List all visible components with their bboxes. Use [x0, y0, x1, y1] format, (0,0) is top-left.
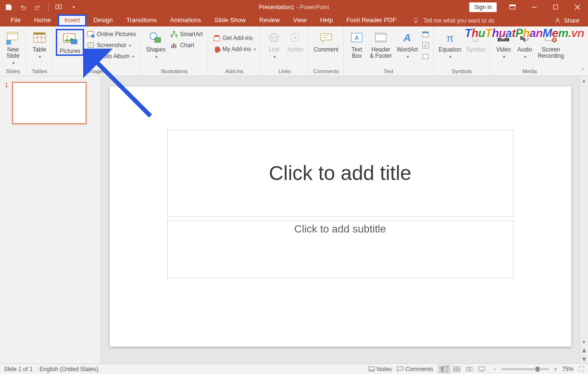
group-links: Link ▼ Action Links — [261, 26, 309, 76]
tab-file[interactable]: File — [4, 14, 27, 26]
photo-album-button[interactable]: Photo Album▾ — [85, 51, 136, 62]
quick-access-toolbar: ▾ — [0, 0, 78, 14]
svg-rect-11 — [34, 33, 45, 35]
svg-rect-17 — [71, 39, 77, 44]
group-images: Pictures Online Pictures Screenshot▾ Pho… — [53, 26, 141, 76]
vertical-scrollbar[interactable]: ▲ ▼ ⯅ ⯆ — [579, 76, 588, 363]
group-slides: New Slide ▼ Slides — [0, 26, 26, 76]
qat-customize-icon[interactable]: ▾ — [69, 2, 78, 12]
slide-counter[interactable]: Slide 1 of 1 — [4, 366, 33, 373]
equation-button[interactable]: π Equation ▼ — [437, 29, 463, 60]
svg-point-5 — [414, 18, 418, 22]
wordart-icon: A — [400, 30, 415, 46]
svg-rect-42 — [375, 33, 386, 35]
pictures-button[interactable]: Pictures — [58, 30, 82, 54]
zoom-level[interactable]: 75% — [562, 366, 574, 373]
chevron-down-icon: ▼ — [406, 54, 410, 60]
equation-icon: π — [442, 30, 458, 46]
slide-canvas[interactable]: Click to add title Click to add subtitle — [110, 87, 571, 347]
comments-button[interactable]: Comments — [397, 366, 433, 373]
slide-editor-area[interactable]: Click to add title Click to add subtitle — [101, 76, 579, 363]
slideshow-view-icon[interactable] — [475, 365, 488, 374]
window-controls: Sign in — [469, 0, 588, 14]
maximize-icon[interactable] — [545, 0, 566, 14]
zoom-thumb[interactable] — [536, 367, 539, 372]
minimize-icon[interactable] — [523, 0, 545, 14]
watermark: ThuThuatPhanMem.vn — [465, 26, 585, 40]
tab-foxit[interactable]: Foxit Reader PDF — [339, 14, 403, 26]
tab-slideshow[interactable]: Slide Show — [208, 14, 252, 26]
thumbnail-row[interactable]: 1 — [5, 82, 96, 124]
zoom-out-button[interactable]: − — [493, 366, 496, 373]
screenshot-button[interactable]: Screenshot▾ — [85, 40, 133, 51]
normal-view-icon[interactable] — [438, 365, 450, 374]
scroll-up-icon[interactable]: ▲ — [580, 76, 588, 85]
slide-thumbnails-panel[interactable]: 1 — [0, 76, 101, 363]
ribbon-display-options-icon[interactable] — [501, 0, 523, 14]
next-slide-icon[interactable]: ⯆ — [580, 355, 588, 363]
svg-rect-65 — [453, 370, 456, 372]
subtitle-placeholder[interactable]: Click to add subtitle — [167, 220, 513, 278]
close-icon[interactable] — [566, 0, 588, 14]
slide-thumbnail[interactable] — [12, 82, 87, 124]
new-slide-button[interactable]: New Slide ▼ — [3, 29, 23, 66]
lightbulb-icon — [413, 17, 419, 24]
my-addins-button[interactable]: My Add-ins▾ — [211, 44, 258, 54]
reading-view-icon[interactable] — [463, 365, 475, 374]
table-icon — [32, 30, 47, 46]
tab-transitions[interactable]: Transitions — [120, 14, 163, 26]
save-icon[interactable] — [4, 2, 13, 12]
slide-number-button[interactable]: # — [421, 40, 430, 51]
online-pictures-button[interactable]: Online Pictures — [85, 29, 138, 39]
action-button[interactable]: Action — [285, 29, 305, 53]
prev-slide-icon[interactable]: ⯅ — [580, 346, 588, 355]
title-placeholder[interactable]: Click to add title — [167, 130, 513, 217]
comment-button[interactable]: Comment — [312, 29, 340, 53]
chevron-down-icon: ▼ — [154, 54, 158, 60]
pictures-highlight: Pictures — [56, 29, 84, 56]
shapes-button[interactable]: Shapes ▼ — [144, 29, 168, 60]
undo-icon[interactable] — [18, 2, 28, 12]
zoom-in-button[interactable]: + — [554, 366, 557, 373]
table-button[interactable]: Table ▼ — [29, 29, 50, 60]
tab-help[interactable]: Help — [313, 14, 340, 26]
sign-in-button[interactable]: Sign in — [469, 2, 497, 12]
link-button[interactable]: Link ▼ — [264, 29, 284, 60]
tab-design[interactable]: Design — [87, 14, 119, 26]
object-button[interactable] — [421, 51, 430, 62]
notes-button[interactable]: Notes — [368, 366, 392, 373]
share-button[interactable]: Share — [554, 17, 579, 26]
app-name: PowerPoint — [300, 4, 329, 11]
addin-icon — [213, 45, 221, 53]
get-addins-button[interactable]: Get Add-ins — [211, 33, 255, 43]
chart-button[interactable]: Chart — [168, 40, 196, 51]
group-tables: Table ▼ Tables — [26, 26, 53, 76]
tell-me-search[interactable]: Tell me what you want to do — [413, 17, 494, 26]
tab-insert[interactable]: Insert — [58, 14, 87, 26]
svg-rect-9 — [7, 40, 11, 44]
date-time-button[interactable] — [421, 29, 430, 39]
fit-to-window-icon[interactable]: ⛶ — [578, 366, 584, 373]
redo-icon[interactable] — [33, 2, 42, 12]
text-box-button[interactable]: A Text Box — [347, 29, 367, 59]
svg-point-21 — [90, 44, 92, 46]
svg-point-6 — [557, 18, 559, 20]
share-icon — [554, 17, 561, 24]
svg-rect-4 — [553, 5, 558, 9]
slide-sorter-icon[interactable] — [450, 365, 463, 374]
svg-rect-25 — [155, 38, 161, 42]
photo-album-icon — [87, 52, 95, 60]
wordart-button[interactable]: A WordArt ▼ — [395, 29, 420, 60]
scroll-down-icon[interactable]: ▼ — [580, 337, 588, 346]
collapse-ribbon-icon[interactable]: ⌃ — [581, 67, 585, 74]
zoom-slider[interactable] — [501, 368, 549, 370]
smartart-button[interactable]: SmartArt — [168, 29, 204, 39]
tab-review[interactable]: Review — [252, 14, 287, 26]
language-status[interactable]: English (United States) — [39, 366, 99, 373]
tab-view[interactable]: View — [287, 14, 313, 26]
view-buttons — [438, 365, 488, 374]
header-footer-button[interactable]: Header & Footer — [368, 29, 394, 59]
tab-animations[interactable]: Animations — [163, 14, 208, 26]
slideshow-from-beginning-icon[interactable] — [54, 2, 64, 12]
tab-home[interactable]: Home — [27, 14, 58, 26]
